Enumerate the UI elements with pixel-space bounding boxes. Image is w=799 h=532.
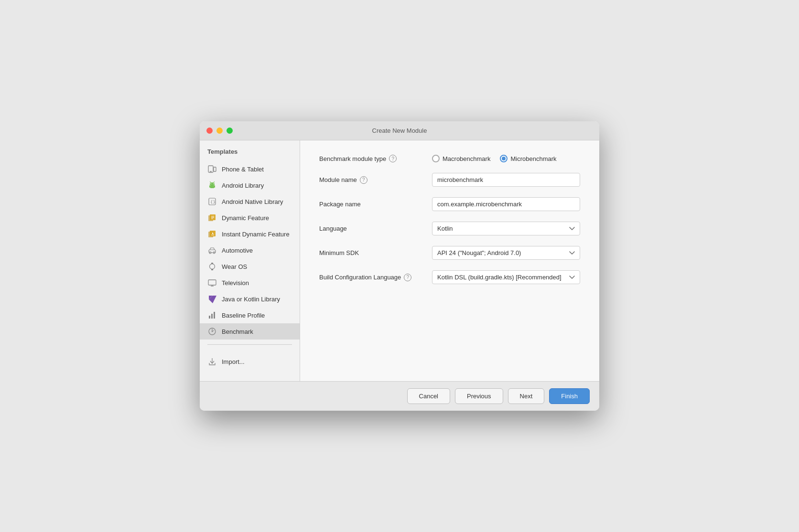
- android-library-icon: [207, 181, 217, 190]
- create-new-module-dialog: Create New Module Templates Phone & Tabl…: [200, 121, 599, 411]
- build-config-language-help-icon[interactable]: ?: [404, 274, 411, 281]
- sidebar-item-android-native-library[interactable]: {} Android Native Library: [200, 193, 300, 210]
- package-name-label: Package name: [319, 201, 424, 208]
- language-label: Language: [319, 225, 424, 232]
- cancel-button[interactable]: Cancel: [407, 388, 450, 404]
- sidebar-item-java-kotlin-library-label: Java or Kotlin Library: [222, 296, 280, 303]
- svg-rect-33: [209, 316, 210, 319]
- svg-line-6: [210, 182, 211, 183]
- phone-tablet-icon: [207, 164, 217, 174]
- sidebar-item-baseline-profile-label: Baseline Profile: [222, 312, 265, 319]
- sidebar-item-java-kotlin-library[interactable]: Java or Kotlin Library: [200, 291, 300, 307]
- svg-text:{}: {}: [210, 200, 216, 204]
- next-button[interactable]: Next: [508, 388, 545, 404]
- sidebar-item-android-native-label: Android Native Library: [222, 198, 283, 205]
- svg-point-3: [210, 182, 215, 186]
- television-icon: [207, 278, 217, 287]
- module-name-input[interactable]: [432, 173, 580, 187]
- android-native-icon: {}: [207, 197, 217, 206]
- sidebar-item-android-library[interactable]: Android Library: [200, 177, 300, 193]
- microbenchmark-radio-inner: [502, 157, 506, 160]
- svg-rect-34: [211, 314, 213, 319]
- maximize-button[interactable]: [227, 128, 233, 134]
- sidebar-items-list: Phone & Tablet: [200, 161, 300, 340]
- dialog-footer: Cancel Previous Next Finish: [200, 381, 599, 411]
- microbenchmark-radio[interactable]: Microbenchmark: [500, 155, 556, 162]
- sidebar-heading: Templates: [200, 148, 300, 161]
- svg-rect-22: [209, 250, 216, 253]
- sidebar-item-wear-os-label: Wear OS: [222, 263, 247, 270]
- svg-rect-10: [214, 185, 215, 188]
- sidebar-divider: [207, 344, 292, 345]
- svg-point-25: [210, 264, 215, 269]
- microbenchmark-radio-circle: [500, 155, 507, 162]
- sidebar-item-television[interactable]: Television: [200, 275, 300, 291]
- language-select[interactable]: Kotlin Java: [432, 222, 580, 235]
- close-button[interactable]: [206, 128, 213, 134]
- automotive-icon: [207, 245, 217, 255]
- svg-rect-9: [209, 185, 210, 188]
- sidebar-bottom: Import...: [200, 350, 300, 373]
- sidebar: Templates Phone & Tablet: [200, 140, 300, 381]
- svg-point-37: [212, 331, 213, 332]
- svg-rect-26: [211, 263, 213, 264]
- svg-rect-27: [211, 269, 213, 270]
- sidebar-item-phone-tablet[interactable]: Phone & Tablet: [200, 161, 300, 177]
- svg-rect-28: [208, 280, 216, 285]
- sidebar-item-dynamic-feature[interactable]: Dynamic Feature: [200, 210, 300, 226]
- sidebar-item-dynamic-feature-label: Dynamic Feature: [222, 214, 269, 222]
- benchmark-module-type-radio-group: Macrobenchmark Microbenchmark: [432, 155, 557, 162]
- baseline-profile-icon: [207, 310, 217, 320]
- dynamic-feature-icon: [207, 213, 217, 223]
- window-controls: [206, 128, 233, 134]
- sidebar-item-baseline-profile[interactable]: Baseline Profile: [200, 307, 300, 323]
- import-icon: [207, 357, 217, 366]
- macrobenchmark-radio-circle: [432, 155, 440, 162]
- macrobenchmark-radio[interactable]: Macrobenchmark: [432, 155, 490, 162]
- kotlin-icon: [207, 294, 217, 304]
- svg-point-4: [211, 183, 212, 184]
- minimum-sdk-row: Minimum SDK API 24 ("Nougat"; Android 7.…: [319, 246, 580, 260]
- module-name-label: Module name ?: [319, 176, 424, 184]
- benchmark-module-type-help-icon[interactable]: ?: [389, 155, 397, 162]
- sidebar-item-android-library-label: Android Library: [222, 182, 264, 189]
- module-name-row: Module name ?: [319, 173, 580, 187]
- sidebar-item-import-label: Import...: [222, 358, 245, 365]
- benchmark-module-type-row: Benchmark module type ? Macrobenchmark M…: [319, 155, 580, 162]
- microbenchmark-label: Microbenchmark: [510, 155, 556, 162]
- svg-point-5: [213, 183, 214, 184]
- benchmark-module-type-label: Benchmark module type ?: [319, 155, 424, 162]
- sidebar-item-benchmark[interactable]: Benchmark: [200, 323, 300, 340]
- form-content: Benchmark module type ? Macrobenchmark M…: [300, 140, 599, 381]
- macrobenchmark-label: Macrobenchmark: [443, 155, 490, 162]
- sidebar-item-benchmark-label: Benchmark: [222, 328, 253, 335]
- svg-rect-8: [210, 186, 214, 188]
- sidebar-item-television-label: Television: [222, 279, 249, 287]
- previous-button[interactable]: Previous: [455, 388, 503, 404]
- instant-dynamic-icon: [207, 229, 217, 239]
- sidebar-item-automotive[interactable]: Automotive: [200, 242, 300, 258]
- dialog-title: Create New Module: [372, 127, 427, 134]
- svg-rect-1: [214, 167, 216, 171]
- package-name-input[interactable]: [432, 197, 580, 211]
- wear-os-icon: [207, 262, 217, 271]
- sidebar-item-import[interactable]: Import...: [200, 353, 300, 370]
- sidebar-item-automotive-label: Automotive: [222, 247, 253, 254]
- language-row: Language Kotlin Java: [319, 222, 580, 235]
- dialog-body: Templates Phone & Tablet: [200, 140, 599, 381]
- sidebar-item-instant-dynamic-feature[interactable]: Instant Dynamic Feature: [200, 226, 300, 242]
- minimum-sdk-select[interactable]: API 24 ("Nougat"; Android 7.0) API 21 ("…: [432, 246, 580, 260]
- title-bar: Create New Module: [200, 121, 599, 140]
- build-config-language-label: Build Configuration Language ?: [319, 274, 424, 281]
- minimize-button[interactable]: [216, 128, 223, 134]
- build-config-language-select[interactable]: Kotlin DSL (build.gradle.kts) [Recommend…: [432, 270, 580, 284]
- sidebar-item-instant-dynamic-feature-label: Instant Dynamic Feature: [222, 231, 290, 238]
- finish-button[interactable]: Finish: [549, 388, 590, 404]
- sidebar-item-wear-os[interactable]: Wear OS: [200, 258, 300, 275]
- package-name-row: Package name: [319, 197, 580, 211]
- svg-rect-35: [214, 312, 215, 319]
- module-name-help-icon[interactable]: ?: [360, 176, 367, 184]
- benchmark-icon: [207, 327, 217, 336]
- build-config-language-row: Build Configuration Language ? Kotlin DS…: [319, 270, 580, 284]
- svg-line-7: [214, 182, 215, 183]
